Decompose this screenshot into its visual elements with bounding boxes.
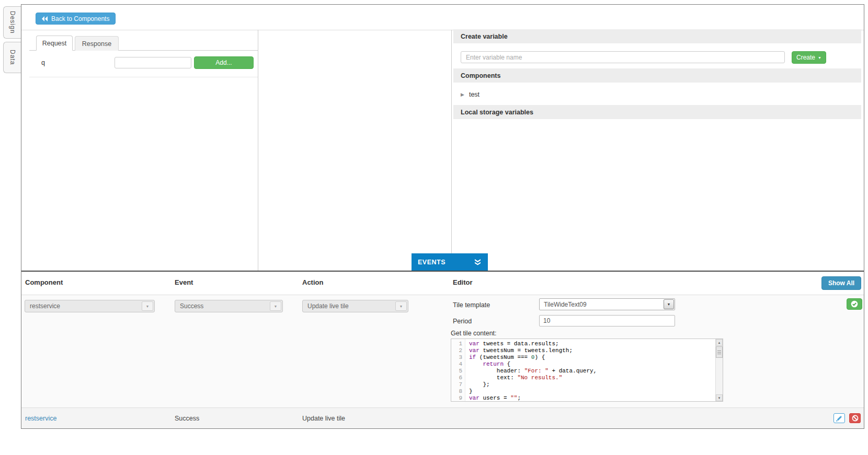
component-select[interactable]: restservice ▼ — [25, 300, 155, 312]
code-line: var tweets = data.results; — [469, 341, 715, 347]
code-line: } — [469, 388, 715, 395]
select-arrow-icon[interactable]: ▼ — [395, 301, 407, 311]
double-chevron-down-icon — [475, 259, 481, 265]
show-all-button-label: Show All — [828, 279, 854, 287]
tab-request[interactable]: Request — [36, 36, 73, 51]
period-label: Period — [453, 318, 472, 325]
saved-row-component-link[interactable]: restservice — [25, 415, 56, 422]
period-input[interactable] — [539, 315, 675, 326]
column-header-component: Component — [25, 278, 63, 286]
scrollbar-thumb[interactable] — [716, 346, 723, 358]
tile-template-value: TileWideText09 — [540, 301, 664, 308]
create-variable-header-label: Create variable — [461, 33, 508, 40]
variable-name-input[interactable] — [461, 51, 785, 63]
show-all-button[interactable]: Show All — [821, 276, 861, 290]
delete-event-button[interactable] — [849, 413, 861, 423]
expand-triangle-icon: ▶ — [461, 92, 464, 97]
sidebar-tab-design[interactable]: Design — [3, 6, 21, 39]
component-select-value: restservice — [25, 302, 141, 310]
code-line: return { — [469, 361, 715, 368]
request-param-name: q — [41, 59, 45, 66]
tile-template-select[interactable]: TileWideText09 ▼ — [539, 298, 675, 310]
action-select[interactable]: Update live tile ▼ — [302, 300, 408, 312]
param-row-divider — [29, 77, 258, 77]
code-line: if (tweetsNum === 0) { — [469, 354, 715, 361]
back-button-label: Back to Components — [51, 15, 109, 22]
request-response-tabstrip: Request Response — [29, 35, 258, 51]
edit-event-button[interactable] — [833, 413, 845, 423]
events-bar-label: EVENTS — [418, 259, 446, 266]
back-to-components-button[interactable]: Back to Components — [36, 13, 116, 25]
component-tree-item-label: test — [469, 91, 479, 98]
line-number: 2 — [451, 347, 465, 354]
select-arrow-icon[interactable]: ▼ — [270, 301, 281, 311]
code-gutter: 123456789 — [451, 339, 465, 401]
line-number: 7 — [451, 381, 465, 388]
action-select-value: Update live tile — [303, 302, 394, 310]
get-tile-content-label: Get tile content: — [451, 330, 497, 337]
line-number: 4 — [451, 361, 465, 368]
line-number: 3 — [451, 354, 465, 361]
circle-slash-icon — [852, 415, 859, 422]
create-button-label: Create — [796, 54, 815, 61]
code-line: }; — [469, 381, 715, 388]
saved-row-event: Success — [175, 415, 199, 422]
tab-response-label: Response — [82, 40, 111, 48]
code-scrollbar[interactable]: ▲ ▼ — [715, 339, 723, 401]
combo-arrow-icon[interactable]: ▼ — [664, 299, 674, 309]
components-header: Components — [453, 68, 861, 83]
line-number: 9 — [451, 395, 465, 402]
apply-button[interactable] — [847, 298, 862, 310]
line-number: 1 — [451, 341, 465, 347]
scroll-up-arrow[interactable]: ▲ — [716, 339, 723, 346]
pencil-icon — [836, 415, 842, 422]
tab-request-label: Request — [42, 40, 67, 47]
code-line: header: "For: " + data.query, — [469, 368, 715, 375]
add-button[interactable]: Add... — [194, 56, 254, 69]
create-variable-header: Create variable — [453, 29, 861, 43]
local-storage-variables-header: Local storage variables — [453, 105, 861, 119]
code-editor[interactable]: 123456789 var tweets = data.results;var … — [451, 339, 723, 402]
left-panel-divider — [258, 30, 258, 271]
tile-template-label: Tile template — [453, 301, 490, 309]
select-arrow-icon[interactable]: ▼ — [142, 301, 153, 311]
line-number: 6 — [451, 375, 465, 381]
code-line: var tweetsNum = tweets.length; — [469, 347, 715, 354]
scroll-down-arrow[interactable]: ▼ — [716, 394, 723, 401]
create-button[interactable]: Create ▼ — [792, 51, 826, 64]
saved-row-action: Update live tile — [302, 415, 345, 422]
events-panel: Component Event Action Editor Show All r… — [21, 271, 864, 428]
components-header-label: Components — [461, 72, 500, 79]
code-line: var users = ""; — [469, 395, 715, 402]
right-panel-divider — [451, 30, 452, 271]
caret-down-icon: ▼ — [818, 56, 821, 60]
sidebar-tab-data[interactable]: Data — [3, 42, 21, 73]
code-lines[interactable]: var tweets = data.results;var tweetsNum … — [466, 339, 715, 401]
code-line: text: "No results." — [469, 375, 715, 381]
add-button-label: Add... — [215, 59, 232, 66]
event-edit-row: restservice ▼ Success ▼ Update live tile… — [21, 295, 864, 407]
request-param-input[interactable] — [115, 57, 191, 68]
sidebar-tab-data-label: Data — [9, 50, 16, 65]
events-collapse-bar[interactable]: EVENTS — [412, 253, 488, 271]
column-header-event: Event — [175, 278, 193, 286]
local-storage-header-label: Local storage variables — [461, 109, 533, 116]
component-tree-item-test[interactable]: ▶ test — [461, 89, 479, 100]
sidebar-tab-design-label: Design — [9, 11, 16, 33]
tab-response[interactable]: Response — [75, 36, 119, 51]
column-header-editor: Editor — [453, 278, 473, 286]
line-number: 5 — [451, 368, 465, 375]
circle-check-icon — [851, 300, 858, 308]
line-number: 8 — [451, 388, 465, 395]
double-left-arrow-icon — [42, 16, 48, 21]
column-header-action: Action — [302, 278, 323, 286]
event-select-value: Success — [175, 302, 269, 310]
scrollbar-grip — [717, 351, 721, 354]
saved-event-row: restservice Success Update live tile — [21, 407, 864, 428]
event-select[interactable]: Success ▼ — [175, 300, 283, 312]
app-frame: Back to Components Request Response q Ad… — [21, 4, 864, 429]
